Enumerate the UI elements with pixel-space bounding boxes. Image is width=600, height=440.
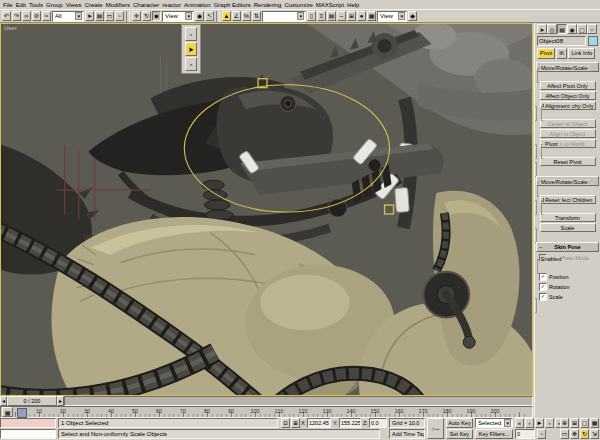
menu-item-file[interactable]: File [3,2,13,8]
extents-all-icon[interactable]: ▦ [590,418,599,428]
menu-item-rendering[interactable]: Rendering [254,2,282,8]
subtab-pivot[interactable]: Pivot [537,48,555,59]
maxscript-mini-listener-pink[interactable] [0,418,56,428]
absolute-offset-toggle-icon[interactable]: ⊞ [291,418,300,428]
x-coordinate-field[interactable]: 1202.45 [307,418,331,428]
selection-filter-dropdown[interactable]: All▾ [52,11,84,22]
panel-button-affect-pivot-only[interactable]: Affect Pivot Only [540,81,596,90]
select-link-icon[interactable]: ∞ [22,11,31,21]
create-tab[interactable]: ➤ [537,24,547,34]
lock-selection-icon[interactable]: Ω [281,418,290,428]
checkbox-scale[interactable]: ✓Scale [539,293,600,301]
panel-button-affect-object-only[interactable]: Affect Object Only [540,91,596,100]
z-coordinate-field[interactable]: 0.0 [369,418,387,428]
region-icon[interactable]: ▭ [105,11,114,21]
menu-item-graph-editors[interactable]: Graph Editors [214,2,251,8]
auto-key-button[interactable]: Auto Key [446,418,473,428]
mirror-icon[interactable]: ▯ [307,11,316,21]
checkbox-box[interactable]: ✓ [539,293,547,301]
checkbox-position[interactable]: ✓Position [539,273,600,281]
menu-item-character[interactable]: Character [133,2,159,8]
move-icon[interactable]: ✛ [132,11,141,21]
spinner-snap-icon[interactable]: ⇅ [252,11,261,21]
menu-item-tools[interactable]: Tools [29,2,43,8]
panel-button-scale[interactable]: Scale [540,223,596,232]
menu-item-help[interactable]: Help [347,2,359,8]
viewport-canvas[interactable] [1,24,532,395]
mini-bottom-button[interactable]: ▫ [185,57,197,71]
layers-icon[interactable]: ▤ [327,11,336,21]
named-selection-sets-dropdown[interactable]: ▾ [262,11,306,22]
undo-icon[interactable]: ↶ [2,11,11,21]
unlink-icon[interactable]: ⊘ [32,11,41,21]
modify-tab[interactable]: ◎ [547,24,557,34]
next-icon[interactable]: › [545,418,554,428]
time-slider-prev-icon[interactable]: ◄ [0,396,7,406]
extents-icon[interactable]: ▢ [580,418,589,428]
menu-item-group[interactable]: Group [46,2,63,8]
maxscript-mini-listener-white[interactable] [0,429,56,439]
minmax-icon[interactable]: ⇲ [590,429,599,439]
track-bar-frame-marker[interactable] [17,408,27,418]
region-zoom-icon[interactable]: ▭ [560,429,569,439]
menu-item-maxscript[interactable]: MAXScript [316,2,344,8]
align-icon[interactable]: ≡ [317,11,326,21]
panel-button-reset-pivot[interactable]: Reset Pivot [540,157,596,166]
prev-icon[interactable]: ‹ [525,418,534,428]
reference-coordinate-dropdown[interactable]: View▾ [162,11,194,22]
viewport-label[interactable]: User [4,25,17,31]
checkbox-rotation[interactable]: ✓Rotation [539,283,600,291]
motion-tab[interactable]: ◉ [567,24,577,34]
subtab-link-info[interactable]: Link Info [568,48,595,59]
add-time-tag[interactable]: Add Time Tag [389,429,425,439]
pan-icon[interactable]: ✥ [570,429,579,439]
play-icon[interactable]: ► [535,418,544,428]
go-start-icon[interactable]: « [515,418,524,428]
material-editor-icon[interactable]: ● [357,11,366,21]
curve-editor-icon[interactable]: ~ [337,11,346,21]
manipulate-icon[interactable]: ↖ [205,11,214,21]
menu-item-reactor[interactable]: reactor [162,2,181,8]
current-frame-field[interactable]: 0 [515,429,535,439]
menu-item-create[interactable]: Create [85,2,103,8]
menu-item-edit[interactable]: Edit [16,2,26,8]
viewport[interactable]: User [0,23,533,396]
object-name-field[interactable]: Object08 [537,36,586,46]
zoom-icon[interactable]: ⊕ [560,418,569,428]
mini-cursor-button[interactable]: ➤ [185,42,197,56]
hierarchy-tab[interactable]: ▤ [557,24,567,34]
bind-spacewarp-icon[interactable]: ≈ [42,11,51,21]
scale-icon[interactable]: ■ [152,11,161,21]
subtab-ik[interactable]: IK [556,48,567,59]
percent-snap-icon[interactable]: % [242,11,251,21]
time-slider-track[interactable] [64,396,533,406]
schematic-icon[interactable]: ⊞ [347,11,356,21]
mini-top-button[interactable]: ▫ [185,27,197,41]
render-type-dropdown[interactable]: View▾ [377,11,407,22]
rotate-icon[interactable]: ↻ [142,11,151,21]
set-key-button[interactable]: Set Key [446,429,473,439]
checkbox-box[interactable]: ✓ [539,273,547,281]
angle-snap-icon[interactable]: ∠ [232,11,241,21]
use-center-icon[interactable]: ◉ [195,11,204,21]
track-bar[interactable]: ▦ 10203040506070809010011012013014015016… [0,406,533,418]
set-key-mode-icon[interactable]: ○─ [427,418,444,439]
utilities-tab[interactable]: ⌂ [587,24,597,34]
rollout-header-skin-pose[interactable]: −Skin Pose [536,242,599,252]
select-by-name-icon[interactable]: ▤ [95,11,104,21]
key-filters-button[interactable]: Key Filters... [475,429,513,439]
checkbox-box[interactable]: ✓ [539,283,547,291]
menu-item-views[interactable]: Views [66,2,82,8]
render-icon[interactable]: ▦ [367,11,376,21]
menu-item-modifiers[interactable]: Modifiers [106,2,130,8]
menu-item-animation[interactable]: Animation [184,2,211,8]
y-coordinate-field[interactable]: 155.225 [339,418,361,428]
time-slider-handle[interactable]: 0 / 200 [7,396,57,406]
key-selection-dropdown[interactable]: Selected▾ [475,418,513,428]
time-slider-next-icon[interactable]: ► [57,396,64,406]
display-tab[interactable]: ▢ [577,24,587,34]
panel-button-transform[interactable]: Transform [540,213,596,222]
zoom-all-icon[interactable]: ⊞ [570,418,579,428]
panel-button-center-to-object[interactable]: Center to Object [540,119,596,128]
select-object-icon[interactable]: ➤ [85,11,94,21]
